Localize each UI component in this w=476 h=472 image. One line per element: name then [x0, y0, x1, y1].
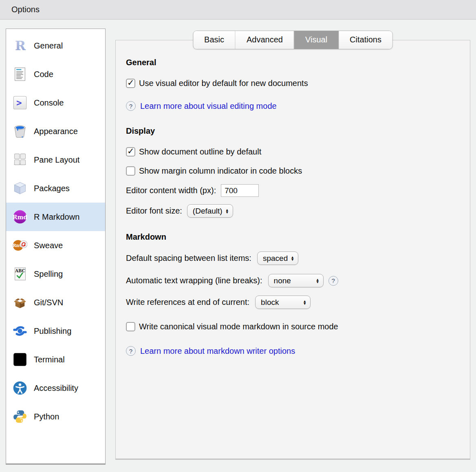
- use-visual-editor-label: Use visual editor by default for new doc…: [139, 79, 308, 88]
- sidebar-item-label: Sweave: [34, 241, 63, 250]
- spelling-icon: ABC: [13, 267, 27, 281]
- git-svn-box-icon: [13, 295, 27, 310]
- sidebar-item-accessibility[interactable]: Accessibility: [6, 374, 105, 402]
- show-outline-row: Show document outline by default: [126, 147, 458, 157]
- section-heading-general: General: [126, 58, 458, 67]
- list-spacing-select[interactable]: spaced ▲▼: [257, 251, 298, 265]
- options-category-sidebar: R General Code: [6, 29, 106, 465]
- canonical-markdown-row: Write canonical visual mode markdown in …: [126, 322, 458, 331]
- use-visual-editor-row: Use visual editor by default for new doc…: [126, 79, 458, 88]
- show-margin-row: Show margin column indicator in code blo…: [126, 166, 458, 176]
- sidebar-item-general[interactable]: R General: [6, 31, 105, 60]
- svg-text:>: >: [16, 97, 22, 108]
- show-margin-checkbox[interactable]: [126, 166, 135, 176]
- editor-font-size-select[interactable]: (Default) ▲▼: [187, 204, 233, 218]
- svg-text:R: R: [15, 38, 26, 53]
- sidebar-item-label: Appearance: [34, 127, 78, 136]
- sidebar-item-label: Pane Layout: [34, 155, 79, 165]
- sidebar-item-label: Git/SVN: [34, 298, 63, 307]
- references-label: Write references at end of current:: [126, 298, 249, 307]
- canonical-markdown-label: Write canonical visual mode markdown in …: [139, 322, 338, 331]
- rmarkdown-icon: Rmd: [13, 210, 27, 224]
- editor-width-label: Editor content width (px):: [126, 186, 216, 195]
- show-outline-checkbox[interactable]: [126, 147, 135, 157]
- terminal-icon: [13, 352, 27, 367]
- tab-basic[interactable]: Basic: [193, 31, 236, 49]
- publishing-icon: [13, 324, 27, 338]
- sidebar-item-publishing[interactable]: Publishing: [6, 317, 105, 345]
- sidebar-item-label: R Markdown: [34, 212, 79, 222]
- select-arrows-icon: ▲▼: [316, 278, 320, 283]
- section-heading-display: Display: [126, 126, 458, 136]
- sidebar-item-spelling[interactable]: ABC Spelling: [6, 260, 105, 288]
- sidebar-item-label: Code: [34, 70, 53, 79]
- text-wrapping-row: Automatic text wrapping (line breaks): n…: [126, 274, 458, 287]
- sidebar-item-r-markdown[interactable]: Rmd R Markdown: [6, 203, 105, 231]
- markdown-writer-help-row: ? Learn more about markdown writer optio…: [126, 346, 458, 356]
- sidebar-item-label: Terminal: [34, 355, 65, 364]
- editor-width-input[interactable]: [221, 184, 259, 197]
- python-icon: [13, 409, 27, 424]
- help-icon[interactable]: ?: [126, 346, 136, 356]
- svg-text:Rmd: Rmd: [13, 214, 27, 221]
- list-spacing-label: Default spacing between list items:: [126, 254, 251, 263]
- editor-font-size-value: (Default): [193, 207, 223, 216]
- sidebar-item-code[interactable]: Code: [6, 60, 105, 88]
- tab-advanced[interactable]: Advanced: [236, 31, 294, 49]
- window-title: Options: [11, 5, 40, 14]
- select-arrows-icon: ▲▼: [303, 300, 306, 305]
- r-logo-icon: R: [13, 38, 27, 53]
- text-wrapping-label: Automatic text wrapping (line breaks):: [126, 276, 262, 285]
- sidebar-item-appearance[interactable]: Appearance: [6, 117, 105, 146]
- sidebar-item-python[interactable]: Python: [6, 402, 105, 431]
- help-icon[interactable]: ?: [126, 101, 136, 111]
- sidebar-item-label: Accessibility: [34, 384, 78, 393]
- learn-more-visual-editing-link[interactable]: Learn more about visual editing mode: [140, 101, 277, 111]
- references-select[interactable]: block ▲▼: [255, 296, 311, 309]
- sidebar-item-label: Spelling: [34, 269, 63, 279]
- text-wrapping-value: none: [274, 276, 291, 285]
- sidebar-item-label: Python: [34, 412, 59, 421]
- learn-more-markdown-writer-link[interactable]: Learn more about markdown writer options: [140, 346, 295, 356]
- select-arrows-icon: ▲▼: [225, 209, 229, 214]
- show-outline-label: Show document outline by default: [139, 147, 261, 157]
- references-value: block: [261, 298, 279, 307]
- list-spacing-row: Default spacing between list items: spac…: [126, 251, 458, 265]
- sidebar-item-label: Console: [34, 98, 64, 108]
- console-icon: >: [13, 95, 27, 110]
- sidebar-item-git-svn[interactable]: Git/SVN: [6, 288, 105, 317]
- section-heading-markdown: Markdown: [126, 232, 458, 242]
- sidebar-item-label: General: [34, 41, 63, 51]
- editor-font-size-label: Editor font size:: [126, 206, 182, 216]
- sidebar-item-label: Publishing: [34, 326, 71, 336]
- tab-visual[interactable]: Visual: [294, 31, 339, 49]
- sidebar-item-terminal[interactable]: Terminal: [6, 345, 105, 374]
- sweave-icon: Rnw: [13, 238, 27, 253]
- sidebar-item-packages[interactable]: Packages: [6, 174, 105, 203]
- visual-settings-panel: General Use visual editor by default for…: [115, 40, 470, 460]
- use-visual-editor-checkbox[interactable]: [126, 79, 135, 88]
- sidebar-item-sweave[interactable]: Rnw Sweave: [6, 231, 105, 260]
- editor-width-row: Editor content width (px):: [126, 184, 458, 197]
- list-spacing-value: spaced: [263, 254, 288, 263]
- paint-bucket-icon: [13, 124, 27, 139]
- sidebar-item-label: Packages: [34, 184, 70, 193]
- package-box-icon: [13, 181, 27, 196]
- accessibility-icon: [13, 381, 27, 395]
- canonical-markdown-checkbox[interactable]: [126, 322, 135, 331]
- sidebar-item-pane-layout[interactable]: Pane Layout: [6, 146, 105, 174]
- visual-editing-help-row: ? Learn more about visual editing mode: [126, 101, 458, 111]
- text-wrapping-select[interactable]: none ▲▼: [268, 274, 324, 287]
- show-margin-label: Show margin column indicator in code blo…: [139, 166, 302, 176]
- window-title-bar: Options: [0, 0, 476, 20]
- references-row: Write references at end of current: bloc…: [126, 296, 458, 309]
- tab-citations[interactable]: Citations: [339, 31, 392, 49]
- text-wrapping-help-icon[interactable]: ?: [328, 276, 338, 286]
- sidebar-item-console[interactable]: > Console: [6, 88, 105, 117]
- select-arrows-icon: ▲▼: [291, 256, 294, 261]
- pane-layout-icon: [13, 152, 27, 167]
- rmarkdown-tab-bar: Basic Advanced Visual Citations: [193, 31, 393, 49]
- editor-font-size-row: Editor font size: (Default) ▲▼: [126, 204, 458, 218]
- code-document-icon: [13, 67, 27, 82]
- svg-text:ABC: ABC: [15, 268, 25, 273]
